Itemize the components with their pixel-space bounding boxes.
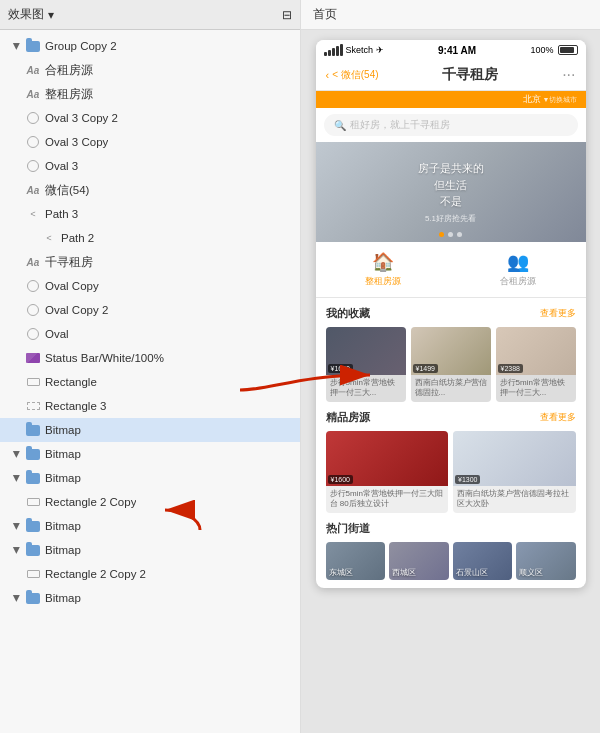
- banner-dot-3: [457, 232, 462, 237]
- layer-arrow-rental-1: [12, 65, 22, 75]
- collection-grid: ¥1600 步行5min常营地铁押一付三大... ¥1499 西南白纸坊菜户营信…: [326, 327, 576, 402]
- layer-arrow-bitmap5: ▶: [12, 545, 22, 555]
- street-grid: 东城区 西城区 石景山区 顺义区: [326, 542, 576, 580]
- layer-item-path3[interactable]: <Path 3: [0, 202, 300, 226]
- signal-bar-5: [340, 44, 343, 56]
- signal-bar-1: [324, 52, 327, 56]
- layer-item-rental-2[interactable]: Aa整租房源: [0, 82, 300, 106]
- layer-icon-weixin54: Aa: [25, 182, 41, 198]
- layer-arrow-oval3copy2: [12, 113, 22, 123]
- quality-more[interactable]: 查看更多: [540, 411, 576, 424]
- layer-arrow-oval: [12, 329, 22, 339]
- street-name-4: 顺义区: [519, 567, 543, 578]
- layer-item-oval[interactable]: Oval: [0, 322, 300, 346]
- quality-title: 精品房源: [326, 410, 370, 425]
- layer-arrow-oval3copy: [12, 137, 22, 147]
- layer-list: ▶Group Copy 2Aa合租房源Aa整租房源Oval 3 Copy 2Ov…: [0, 30, 300, 733]
- tab-shared-rental[interactable]: 👥 合租房源: [451, 248, 586, 291]
- street-dongcheng[interactable]: 东城区: [326, 542, 386, 580]
- search-bar[interactable]: 🔍 租好房，就上千寻租房: [324, 114, 578, 136]
- layer-item-ovalcopy2[interactable]: Oval Copy 2: [0, 298, 300, 322]
- panel-title: 效果图: [8, 6, 44, 23]
- layer-panel: 效果图 ▾ ⊟ ▶Group Copy 2Aa合租房源Aa整租房源Oval 3 …: [0, 0, 301, 733]
- quality-desc-1: 步行5min常营地铁押一付三大阳台 80后独立设计: [326, 486, 449, 513]
- layer-item-bitmap4[interactable]: ▶Bitmap: [0, 514, 300, 538]
- quality-img-1: ¥1600: [326, 431, 449, 486]
- layer-name-rental-2: 整租房源: [45, 87, 93, 102]
- more-button[interactable]: ···: [562, 66, 575, 84]
- quality-img-2: ¥1300: [453, 431, 576, 486]
- layer-name-rect2copy2: Rectangle 2 Copy 2: [45, 568, 146, 580]
- collection-item-2[interactable]: ¥1499 西南白纸坊菜户营信德固拉...: [411, 327, 491, 402]
- layer-name-statusbar: Status Bar/White/100%: [45, 352, 164, 364]
- layer-name-oval3copy2: Oval 3 Copy 2: [45, 112, 118, 124]
- layer-item-rental-1[interactable]: Aa合租房源: [0, 58, 300, 82]
- layer-item-bitmap1[interactable]: Bitmap: [0, 418, 300, 442]
- layer-item-rect2copy[interactable]: Rectangle 2 Copy: [0, 490, 300, 514]
- signal-bar-3: [332, 48, 335, 56]
- layer-arrow-bitmap2: ▶: [12, 449, 22, 459]
- signal-bar-2: [328, 50, 331, 56]
- nav-tabs: 🏠 整租房源 👥 合租房源: [316, 242, 586, 298]
- battery-icon: [558, 45, 578, 55]
- layer-icon-oval3copy: [25, 134, 41, 150]
- layer-item-bitmap6[interactable]: ▶Bitmap: [0, 586, 300, 610]
- quality-item-1[interactable]: ¥1600 步行5min常营地铁押一付三大阳台 80后独立设计: [326, 431, 449, 513]
- layer-name-bitmap6: Bitmap: [45, 592, 81, 604]
- collection-desc-3: 步行5min常营地铁押一付三大...: [496, 375, 576, 402]
- location-bar: 北京 ▼切换城市: [316, 91, 586, 108]
- layer-icon-qianxun: Aa: [25, 254, 41, 270]
- quality-item-2[interactable]: ¥1300 西南白纸坊菜户营信德固考拉社区大次卧: [453, 431, 576, 513]
- collection-section: 我的收藏 查看更多 ¥1600 步行5min常营地铁押一付三大...: [316, 298, 586, 410]
- street-name-3: 石景山区: [456, 567, 488, 578]
- layer-item-weixin54[interactable]: Aa微信(54): [0, 178, 300, 202]
- layer-item-rectangle[interactable]: Rectangle: [0, 370, 300, 394]
- layer-item-path2[interactable]: <Path 2: [0, 226, 300, 250]
- collection-desc-2: 西南白纸坊菜户营信德固拉...: [411, 375, 491, 402]
- layer-name-rectangle: Rectangle: [45, 376, 97, 388]
- layer-arrow-rectangle3: [12, 401, 22, 411]
- layer-name-ovalcopy: Oval Copy: [45, 280, 99, 292]
- collection-item-3[interactable]: ¥2388 步行5min常营地铁押一付三大...: [496, 327, 576, 402]
- street-section: 热门街道 东城区 西城区 石景山区 顺义区: [316, 521, 586, 588]
- location-change[interactable]: ▼切换城市: [543, 95, 578, 105]
- layer-item-oval3copy2[interactable]: Oval 3 Copy 2: [0, 106, 300, 130]
- banner-text: 房子是共来的 但生活 不是: [418, 160, 484, 210]
- layer-item-rect2copy2[interactable]: Rectangle 2 Copy 2: [0, 562, 300, 586]
- tab-whole-rental[interactable]: 🏠 整租房源: [316, 248, 451, 291]
- layer-item-oval3copy[interactable]: Oval 3 Copy: [0, 130, 300, 154]
- street-shijingshan[interactable]: 石景山区: [453, 542, 513, 580]
- street-xicheng[interactable]: 西城区: [389, 542, 449, 580]
- collection-title: 我的收藏: [326, 306, 370, 321]
- battery-fill: [560, 47, 574, 53]
- layer-item-qianxun[interactable]: Aa千寻租房: [0, 250, 300, 274]
- layer-item-group-copy-2[interactable]: ▶Group Copy 2: [0, 34, 300, 58]
- panel-compress-button[interactable]: ⊟: [282, 8, 292, 22]
- layer-item-ovalcopy[interactable]: Oval Copy: [0, 274, 300, 298]
- layer-icon-statusbar: [25, 350, 41, 366]
- panel-dropdown-icon[interactable]: ▾: [48, 8, 54, 22]
- collection-more[interactable]: 查看更多: [540, 307, 576, 320]
- banner-dots: [316, 232, 586, 237]
- battery-percent: 100%: [530, 45, 553, 55]
- layer-item-bitmap2[interactable]: ▶Bitmap: [0, 442, 300, 466]
- layer-item-statusbar[interactable]: Status Bar/White/100%: [0, 346, 300, 370]
- layer-icon-rental-1: Aa: [25, 62, 41, 78]
- layer-item-rectangle3[interactable]: Rectangle 3: [0, 394, 300, 418]
- layer-arrow-oval3: [12, 161, 22, 171]
- layer-arrow-path2: [28, 233, 38, 243]
- street-shunyi[interactable]: 顺义区: [516, 542, 576, 580]
- layer-item-oval3[interactable]: Oval 3: [0, 154, 300, 178]
- layer-icon-bitmap5: [25, 542, 41, 558]
- layer-item-bitmap5[interactable]: ▶Bitmap: [0, 538, 300, 562]
- layer-name-path3: Path 3: [45, 208, 78, 220]
- street-title: 热门街道: [326, 521, 370, 536]
- layer-arrow-bitmap1: [12, 425, 22, 435]
- collection-item-1[interactable]: ¥1600 步行5min常营地铁押一付三大...: [326, 327, 406, 402]
- collection-desc-1: 步行5min常营地铁押一付三大...: [326, 375, 406, 402]
- layer-item-bitmap3[interactable]: ▶Bitmap: [0, 466, 300, 490]
- back-button[interactable]: ‹ < 微信(54): [326, 68, 379, 82]
- banner-sub: 5.1好房抢先看: [418, 213, 484, 224]
- layer-name-rental-1: 合租房源: [45, 63, 93, 78]
- layer-icon-bitmap3: [25, 470, 41, 486]
